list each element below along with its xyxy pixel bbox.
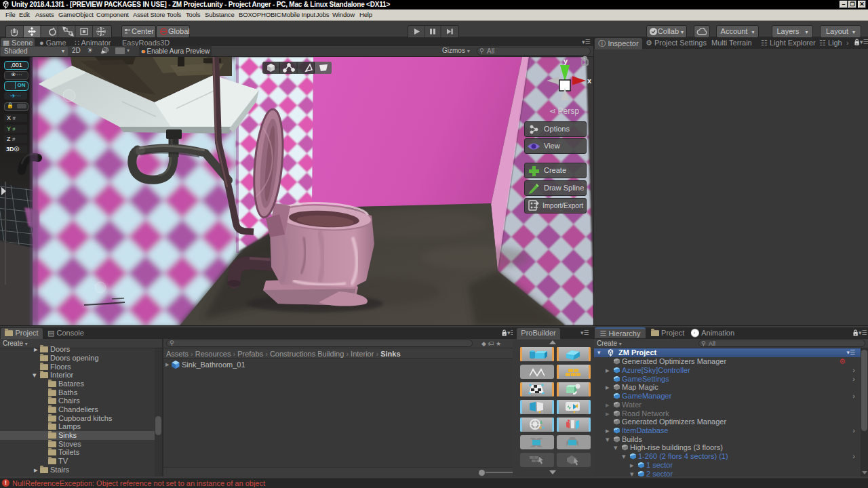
svg-text:y: y <box>564 57 568 65</box>
svg-text:x: x <box>587 77 592 85</box>
